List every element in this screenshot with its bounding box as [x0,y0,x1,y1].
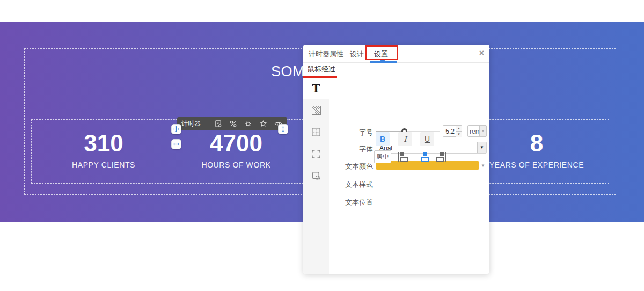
active-tab-indicator [370,61,397,63]
unit-value: rem [468,126,479,136]
font-size-stepper[interactable]: 5.2 ▲ ▼ [443,125,462,137]
align-top-left-button[interactable] [398,152,409,162]
annotation-underline [303,76,337,78]
italic-button[interactable]: I [398,132,412,146]
sidebar-item-fill[interactable] [303,99,329,121]
stat-happy-clients[interactable]: 310 HAPPY CLIENTS [31,132,176,169]
element-toolbar: 计时器 [177,117,287,130]
font-size-unit-select[interactable]: rem ▼ [467,125,487,137]
chevron-down-icon[interactable]: ▼ [477,142,486,153]
horizontal-resize-handle[interactable] [171,139,181,149]
tools-icon[interactable] [229,120,237,128]
align-top-right-button[interactable] [435,152,446,162]
text-style-label: 文本样式 [319,180,373,190]
font-size-label: 字号 [319,128,373,137]
sidebar-item-text[interactable]: T [303,78,329,99]
annotation-highlight-box [365,45,398,60]
underline-button[interactable]: U [420,132,434,146]
close-icon[interactable]: × [479,49,484,57]
fill-icon [312,106,321,115]
tab-design[interactable]: 设计 [350,49,364,59]
text-position-label: 文本位置 [319,198,373,207]
chevron-down-icon[interactable]: ▼ [479,126,486,136]
stat-value: 310 [31,132,176,155]
move-handle[interactable] [171,124,181,134]
text-icon: T [312,82,320,95]
selection-bottom-edge [179,178,304,178]
text-color-label: 文本颜色 [319,162,373,171]
stat-value: 4700 [179,132,294,155]
stat-label: HOURS OF WORK [179,161,294,169]
stat-hours-of-work[interactable]: 4700 HOURS OF WORK [179,132,294,169]
panel-sidebar: T [303,78,329,274]
font-size-value: 5.2 [443,126,456,136]
subtab-mouse-over[interactable]: 鼠标经过 [308,64,335,74]
vertical-resize-handle[interactable] [278,124,288,134]
align-top-center-button[interactable] [420,152,431,162]
stepper-up-icon[interactable]: ▲ [456,126,462,132]
settings-panel: 计时器属性 设计 设置 × 鼠标经过 T [303,45,489,274]
star-icon[interactable] [259,120,267,128]
stepper-down-icon[interactable]: ▼ [456,132,462,137]
chevron-down-icon[interactable]: ▼ [481,163,485,168]
hero-heading[interactable]: SOM [271,63,305,80]
editor-canvas: SOM 310 HAPPY CLIENTS 4700 HOURS OF WORK… [0,0,644,291]
text-position-select[interactable]: 居中 [374,150,391,163]
tab-timer-properties[interactable]: 计时器属性 [309,49,343,59]
font-family-label: 字体 [319,144,373,154]
copy-settings-icon[interactable] [214,120,222,128]
stat-label: HAPPY CLIENTS [31,161,176,169]
element-type-label: 计时器 [181,119,201,128]
bold-button[interactable]: B [376,132,390,146]
gear-icon[interactable] [244,120,252,128]
